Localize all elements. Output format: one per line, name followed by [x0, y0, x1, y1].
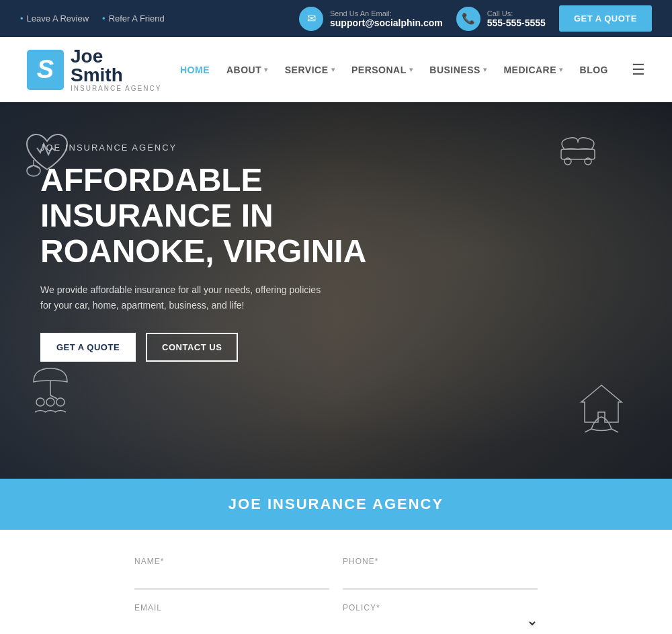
nav-service[interactable]: SERVICE ▾	[285, 65, 335, 75]
hamburger-icon[interactable]: ☰	[632, 61, 645, 79]
chevron-down-icon: ▾	[331, 66, 335, 73]
logo-s-icon: S	[27, 50, 64, 90]
top-bar-contact: ✉ Send Us An Email: support@socialphin.c…	[299, 5, 652, 32]
header: S Joe Smith INSURANCE AGENCY HOME ABOUT …	[0, 37, 672, 102]
email-value: support@socialphin.com	[330, 17, 443, 28]
phone-value: 555-555-5555	[487, 17, 546, 28]
phone-label: Call Us:	[487, 9, 546, 17]
main-nav: HOME ABOUT ▾ SERVICE ▾ PERSONAL ▾ BUSINE…	[180, 61, 645, 79]
hero-subtitle: JOE INSURANCE AGENCY	[40, 143, 632, 153]
nav-about[interactable]: ABOUT ▾	[226, 65, 268, 75]
chevron-down-icon: ▾	[559, 66, 563, 73]
email-label: Send Us An Email:	[330, 9, 443, 17]
policy-label: POLICY*	[343, 603, 538, 612]
phone-icon: 📞	[456, 7, 480, 31]
email-label: EMAIL	[134, 603, 329, 612]
hero-section: JOE INSURANCE AGENCY AFFORDABLE INSURANC…	[0, 102, 672, 479]
nav-blog[interactable]: BLOG	[580, 65, 608, 75]
agency-banner: JOE INSURANCE AGENCY	[0, 479, 672, 530]
phone-field: PHONE*	[343, 557, 538, 590]
logo-name-line2: Smith	[71, 66, 161, 85]
contact-form-section: NAME* PHONE* EMAIL POLICY* Auto Home Lif…	[0, 530, 672, 634]
top-bar-links: Leave A Review Refer A Friend	[20, 13, 279, 24]
hero-description: We provide affordable insurance for all …	[40, 282, 329, 313]
logo-name-line1: Joe	[71, 47, 161, 66]
contact-us-hero-button[interactable]: CONTACT US	[146, 333, 238, 362]
phone-label: PHONE*	[343, 557, 538, 566]
nav-medicare[interactable]: MEDICARE ▾	[503, 65, 562, 75]
logo-agency: INSURANCE AGENCY	[71, 85, 161, 92]
get-quote-hero-button[interactable]: GET A QUOTE	[40, 333, 136, 362]
chevron-down-icon: ▾	[483, 66, 487, 73]
email-icon: ✉	[299, 7, 323, 31]
email-input[interactable]	[134, 616, 329, 629]
policy-select[interactable]: Auto Home Life Business Medicare	[343, 616, 538, 631]
chevron-down-icon: ▾	[409, 66, 413, 73]
hero-buttons: GET A QUOTE CONTACT US	[40, 333, 632, 362]
logo: S Joe Smith INSURANCE AGENCY	[27, 47, 180, 92]
phone-contact: 📞 Call Us: 555-555-5555	[456, 7, 546, 31]
name-label: NAME*	[134, 557, 329, 566]
nav-home[interactable]: HOME	[180, 65, 210, 75]
name-input[interactable]	[134, 569, 329, 583]
hero-title: AFFORDABLE INSURANCE IN ROANOKE, VIRGINI…	[40, 163, 376, 269]
email-contact: ✉ Send Us An Email: support@socialphin.c…	[299, 7, 443, 31]
phone-input[interactable]	[343, 569, 538, 583]
name-field: NAME*	[134, 557, 329, 590]
top-bar: Leave A Review Refer A Friend ✉ Send Us …	[0, 0, 672, 37]
leave-review-link[interactable]: Leave A Review	[20, 13, 89, 24]
refer-friend-link[interactable]: Refer A Friend	[102, 13, 165, 24]
email-field: EMAIL	[134, 603, 329, 634]
hero-content: JOE INSURANCE AGENCY AFFORDABLE INSURANC…	[0, 102, 672, 362]
policy-field: POLICY* Auto Home Life Business Medicare	[343, 603, 538, 634]
get-quote-top-button[interactable]: GET A QUOTE	[559, 5, 652, 32]
nav-business[interactable]: BUSINESS ▾	[429, 65, 487, 75]
nav-personal[interactable]: PERSONAL ▾	[351, 65, 413, 75]
form-grid: NAME* PHONE* EMAIL POLICY* Auto Home Lif…	[134, 557, 538, 634]
chevron-down-icon: ▾	[264, 66, 268, 73]
